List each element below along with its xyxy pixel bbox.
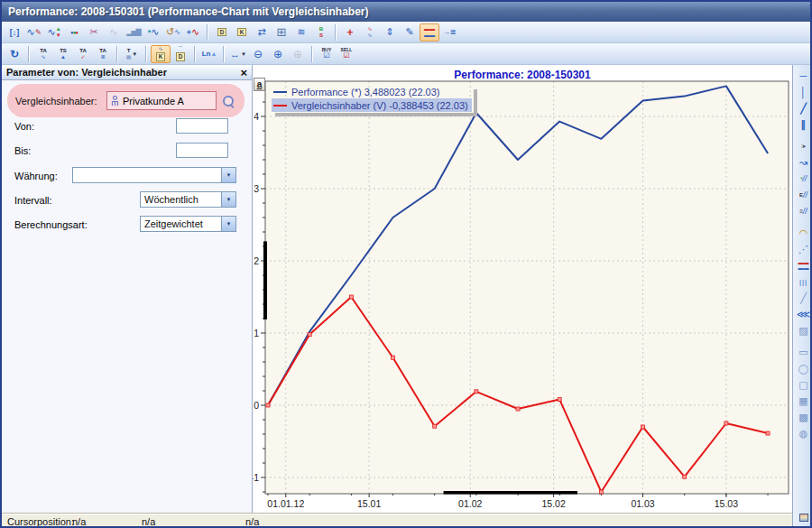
svg-text:01.03: 01.03: [631, 498, 654, 509]
cube-3d-icon[interactable]: [795, 509, 812, 525]
compare-lines-icon[interactable]: ∿∿: [360, 23, 380, 42]
fan-e-tool-icon[interactable]: E//: [795, 187, 812, 203]
toolbar-separator: [116, 46, 118, 62]
performance-chart[interactable]: 43210-101.01.1215.0101.0215.0201.0315.03: [253, 65, 792, 514]
svg-text:4: 4: [254, 111, 259, 122]
legend-entry-performance[interactable]: Performance (*) 3,488023 (22.03): [272, 85, 472, 98]
svg-text:15.02: 15.02: [541, 498, 565, 509]
legend-entry-vergleichsinhaber[interactable]: Vergleichsinhaber (V) -0,388453 (22.03): [272, 98, 472, 112]
trend-line-tool-icon[interactable]: ╱: [795, 100, 812, 116]
parallel-lines-tool-icon[interactable]: ∥: [795, 116, 812, 133]
cursorposition-value-3: n/a: [245, 516, 259, 527]
insert-series-icon[interactable]: [↓]: [5, 23, 24, 42]
berechnungsart-label: Berechnungsart:: [14, 219, 88, 230]
chart-add-line-icon[interactable]: +∿: [183, 23, 203, 42]
ellipse-tool-icon[interactable]: ◯: [795, 360, 812, 376]
ln-scale-icon[interactable]: Ln▲: [199, 45, 219, 63]
crosshatch-tool-icon[interactable]: ▨: [795, 322, 812, 338]
legend-entry-text: Performance (*) 3,488023 (22.03): [291, 87, 439, 97]
chart-window-icon[interactable]: K: [232, 23, 252, 42]
draw-trend-icon[interactable]: ✎: [400, 23, 420, 42]
detail-window-icon[interactable]: D: [212, 23, 232, 42]
splitter-tool-icon[interactable]: :▸: [795, 138, 812, 154]
chevron-down-icon[interactable]: ▼: [221, 192, 235, 207]
chart-updown-icon[interactable]: ∿▲▼: [44, 23, 64, 42]
annotation-button[interactable]: a: [254, 78, 265, 91]
new-chart-icon[interactable]: *∿: [143, 23, 163, 42]
vertical-scale-icon[interactable]: ⇕: [380, 23, 400, 42]
crosshair-icon[interactable]: +: [340, 23, 360, 42]
depot-chart-icon[interactable]: ‾‾D: [171, 45, 190, 63]
toolbar-separator: [335, 24, 337, 41]
svg-text:01.02: 01.02: [458, 498, 482, 509]
svg-text:15.03: 15.03: [715, 498, 738, 509]
filled-rounded-rect-tool-icon[interactable]: ▩: [795, 409, 812, 425]
fit-width-icon[interactable]: ↔▼: [228, 45, 248, 63]
chart-edit-icon[interactable]: ∿✎: [24, 23, 44, 42]
grid-icon[interactable]: ⊞: [272, 23, 291, 42]
ta-edit-icon[interactable]: TA✓: [73, 45, 93, 63]
chart-history-icon[interactable]: ↺∿: [163, 23, 183, 42]
von-label: Von:: [14, 121, 34, 132]
fibonacci-arcs-tool-icon[interactable]: ◠: [795, 225, 812, 241]
search-icon[interactable]: [223, 96, 234, 107]
svg-text:-1: -1: [253, 472, 259, 483]
filled-ellipse-tool-icon[interactable]: ◍: [795, 425, 812, 441]
refresh-icon[interactable]: ↻: [5, 45, 24, 63]
cut-icon[interactable]: ✂: [84, 23, 104, 42]
waehrung-select[interactable]: ▼: [72, 167, 236, 183]
data-table-icon[interactable]: →≣: [439, 23, 459, 42]
von-input[interactable]: [176, 118, 228, 134]
vergleichsinhaber-label: Vergleichsinhaber:: [15, 96, 100, 107]
portfolio-nodes-icon[interactable]: ●●●: [64, 23, 84, 42]
freehand-line-tool-icon[interactable]: ↝: [795, 154, 812, 171]
zoom-out-icon[interactable]: ⊖: [248, 45, 268, 63]
kurs-chart-icon[interactable]: ∿K: [151, 45, 171, 63]
filled-rect-tool-icon[interactable]: ▦: [795, 393, 812, 409]
fan-green-tool-icon[interactable]: *//: [795, 171, 812, 187]
toolbar-separator: [28, 46, 30, 62]
vergleichsinhaber-field[interactable]: Privatkunde A: [106, 91, 217, 110]
window-title: Performance: 2008-150301 (Performance-Ch…: [8, 5, 369, 18]
overlay-lines-icon[interactable]: ≋: [291, 23, 311, 42]
ta-table-icon[interactable]: TA≣: [93, 45, 113, 63]
panel-close-button[interactable]: ×: [240, 68, 247, 78]
fan-eq-tool-icon[interactable]: ≡//: [795, 203, 812, 219]
legend-icon[interactable]: ▬▬▬▬: [420, 23, 439, 42]
horizontal-line-tool-icon[interactable]: ─: [795, 68, 812, 84]
svg-text:15.01: 15.01: [357, 498, 381, 509]
zoom-in-icon[interactable]: ⊕: [268, 45, 288, 63]
parameter-panel-header: Parameter von: Vergleichsinhaber ×: [2, 65, 252, 80]
buy-sell-hexagon-icon[interactable]: BS: [311, 23, 331, 42]
zoom-previous-icon[interactable]: ⊕: [288, 45, 308, 63]
chart-preview-icon[interactable]: ∿: [104, 23, 124, 42]
toolbar-separator: [223, 46, 225, 62]
template-grid-icon[interactable]: T▦▼: [122, 45, 142, 63]
buy-marks-icon[interactable]: BUY☑: [317, 45, 337, 63]
fibonacci-retracement-tool-icon[interactable]: ▬▬▬▬: [795, 257, 812, 273]
waehrung-label: Währung:: [14, 171, 58, 181]
intervall-select[interactable]: Wöchentlich ▼: [140, 191, 236, 208]
bis-input[interactable]: [176, 143, 228, 158]
chart-legend: Performance (*) 3,488023 (22.03)Vergleic…: [270, 84, 474, 113]
speed-lines-tool-icon[interactable]: ⋘: [795, 306, 812, 322]
swap-series-icon[interactable]: ⇄: [252, 23, 272, 42]
histogram-icon[interactable]: ▂▅▇: [124, 23, 143, 42]
rounded-rect-tool-icon[interactable]: ▢: [795, 376, 812, 393]
chevron-down-icon[interactable]: ▼: [221, 217, 235, 231]
ta-run-icon[interactable]: TA∿: [33, 45, 53, 63]
ts-chart-icon[interactable]: TS▲: [53, 45, 73, 63]
sell-marks-icon[interactable]: SELL☑: [337, 45, 356, 63]
toolbar-separator: [311, 46, 313, 62]
cursorposition-label: Cursorposition:: [7, 516, 74, 527]
chevron-down-icon[interactable]: ▼: [221, 168, 235, 182]
line-tool-icon[interactable]: ╱: [795, 290, 812, 306]
legend-line-swatch: [273, 91, 287, 93]
fibonacci-fan-tool-icon[interactable]: ⋰: [795, 241, 812, 257]
fibonacci-timezones-tool-icon[interactable]: |||: [795, 273, 812, 290]
legend-line-swatch: [273, 105, 287, 107]
berechnungsart-select[interactable]: Zeitgewichtet ▼: [140, 216, 236, 232]
cursorposition-value-2: n/a: [142, 516, 155, 527]
vertical-line-tool-icon[interactable]: │: [795, 84, 812, 100]
rectangle-tool-icon[interactable]: ▭: [795, 344, 812, 360]
